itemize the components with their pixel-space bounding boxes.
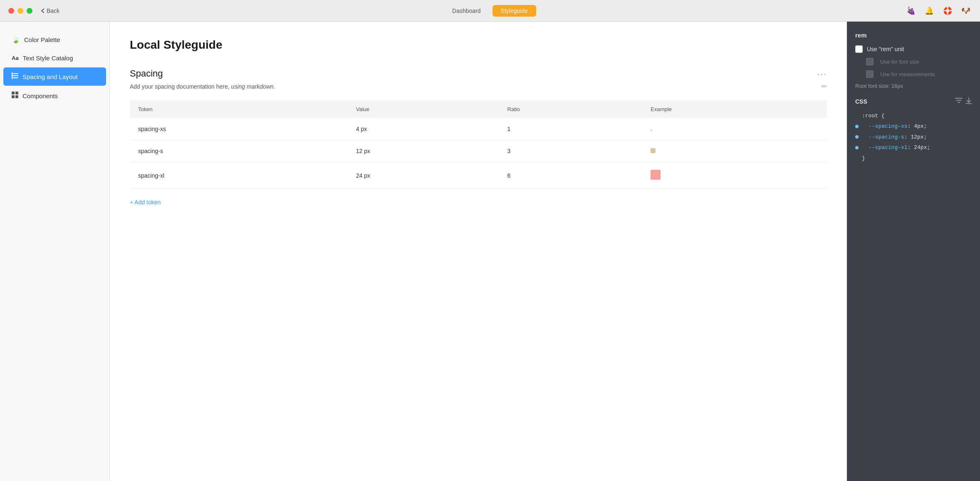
leaf-icon: 🍃 — [12, 36, 20, 44]
nav-styleguide[interactable]: Styleguide — [492, 5, 536, 17]
code-dot — [855, 125, 859, 128]
svg-rect-6 — [12, 95, 15, 98]
main-layout: 🍃 Color Palette Aa Text Style Catalog Sp… — [0, 22, 980, 481]
text-style-icon: Aa — [12, 55, 19, 61]
use-rem-row: Use "rem" unit — [855, 45, 972, 53]
use-rem-label: Use "rem" unit — [867, 46, 904, 52]
section-title: Spacing — [130, 68, 163, 79]
spacing-table: Token Value Ratio Example spacing-xs 4 p… — [130, 100, 827, 189]
help-icon[interactable]: 🛟 — [942, 5, 953, 17]
code-text: --spacing-s: 12px; — [862, 132, 927, 142]
sidebar-item-text-style-catalog[interactable]: Aa Text Style Catalog — [3, 50, 106, 67]
cell-ratio: 6 — [499, 162, 643, 189]
css-section-header: CSS — [855, 97, 972, 106]
cell-example — [642, 162, 827, 189]
css-title: CSS — [855, 98, 867, 105]
sidebar-item-spacing-layout[interactable]: Spacing and Layout — [3, 67, 106, 86]
cell-example — [642, 118, 827, 140]
code-text: :root { — [862, 111, 885, 121]
sidebar-item-label-spacing: Spacing and Layout — [22, 73, 78, 80]
use-measurements-label: Use for measurements — [880, 71, 935, 77]
minimize-dot[interactable] — [17, 8, 23, 14]
use-font-size-checkbox[interactable] — [866, 58, 874, 65]
avatar-icon[interactable]: 🐶 — [960, 5, 972, 17]
example-box — [651, 148, 656, 153]
use-font-size-label: Use for font size — [880, 59, 919, 65]
cell-value: 12 px — [348, 140, 499, 162]
cell-value: 24 px — [348, 162, 499, 189]
root-font-size-value: 16px — [891, 83, 903, 89]
code-text: --spacing-xs: 4px; — [862, 121, 927, 131]
titlebar: Back Dashboard Styleguide 🍇 🔔 🛟 🐶 — [0, 0, 980, 22]
svg-rect-0 — [12, 73, 18, 74]
svg-rect-5 — [15, 92, 18, 94]
code-line: :root { — [855, 111, 972, 121]
css-actions — [955, 97, 972, 106]
code-line: --spacing-s: 12px; — [855, 132, 972, 142]
root-font-size-label: Root font size: — [855, 83, 890, 89]
filter-icon[interactable] — [955, 97, 963, 106]
col-header-value: Value — [348, 100, 499, 118]
svg-rect-7 — [15, 95, 18, 98]
grapes-icon[interactable]: 🍇 — [905, 5, 917, 17]
sidebar-item-label-text-style: Text Style Catalog — [23, 55, 73, 62]
cell-token: spacing-xl — [130, 162, 348, 189]
code-text: --spacing-xl: 24px; — [862, 143, 930, 152]
col-header-example: Example — [642, 100, 827, 118]
svg-rect-1 — [12, 75, 18, 76]
sidebar-item-components[interactable]: Components — [3, 87, 106, 105]
right-panel: rem Use "rem" unit Use for font size Use… — [847, 22, 980, 481]
code-line: --spacing-xl: 24px; — [855, 142, 972, 153]
svg-rect-4 — [12, 92, 15, 94]
page-title: Local Styleguide — [130, 38, 827, 52]
window-controls — [8, 8, 32, 14]
svg-rect-2 — [12, 77, 18, 78]
bell-icon[interactable]: 🔔 — [923, 5, 935, 17]
cell-ratio: 1 — [499, 118, 643, 140]
section-header: Spacing ··· — [130, 68, 827, 79]
code-dot — [855, 135, 859, 139]
cell-example — [642, 140, 827, 162]
use-for-measurements-row: Use for measurements — [866, 70, 972, 78]
table-header-row: Token Value Ratio Example — [130, 100, 827, 118]
components-icon — [12, 92, 18, 100]
cell-ratio: 3 — [499, 140, 643, 162]
content-area: Local Styleguide Spacing ··· Add your sp… — [110, 22, 847, 481]
code-line: --spacing-xs: 4px; — [855, 121, 972, 131]
back-button[interactable]: Back — [41, 7, 59, 14]
table-row: spacing-xl 24 px 6 — [130, 162, 827, 189]
col-header-ratio: Ratio — [499, 100, 643, 118]
sidebar-item-label-components: Components — [22, 92, 58, 99]
example-box — [651, 129, 652, 131]
close-dot[interactable] — [8, 8, 14, 14]
section-desc-text: Add your spacing documentation here, usi… — [130, 83, 275, 90]
section-more-menu[interactable]: ··· — [817, 69, 827, 79]
edit-icon[interactable]: ✏ — [822, 82, 827, 90]
css-code-block: :root {--spacing-xs: 4px;--spacing-s: 12… — [855, 111, 972, 164]
download-icon[interactable] — [966, 97, 972, 106]
table-row: spacing-xs 4 px 1 — [130, 118, 827, 140]
code-text: } — [862, 154, 865, 163]
root-font-size-line: Root font size: 16px — [855, 83, 972, 89]
cell-token: spacing-xs — [130, 118, 348, 140]
titlebar-icons: 🍇 🔔 🛟 🐶 — [905, 5, 972, 17]
use-for-font-size-row: Use for font size — [866, 58, 972, 65]
nav-dashboard[interactable]: Dashboard — [444, 5, 489, 17]
cell-token: spacing-s — [130, 140, 348, 162]
col-header-token: Token — [130, 100, 348, 118]
sidebar-item-color-palette[interactable]: 🍃 Color Palette — [3, 31, 106, 49]
example-box — [651, 170, 661, 180]
section-description: Add your spacing documentation here, usi… — [130, 82, 827, 90]
top-nav: Dashboard Styleguide — [444, 5, 536, 17]
code-line: } — [855, 153, 972, 164]
maximize-dot[interactable] — [27, 8, 32, 14]
spacing-icon — [12, 72, 18, 81]
svg-rect-3 — [12, 72, 12, 79]
sidebar: 🍃 Color Palette Aa Text Style Catalog Sp… — [0, 22, 110, 481]
table-row: spacing-s 12 px 3 — [130, 140, 827, 162]
sidebar-item-label-color-palette: Color Palette — [24, 36, 60, 43]
use-measurements-checkbox[interactable] — [866, 70, 874, 78]
back-label: Back — [47, 7, 59, 14]
add-token-button[interactable]: + Add token — [130, 197, 161, 207]
use-rem-checkbox[interactable] — [855, 45, 863, 53]
